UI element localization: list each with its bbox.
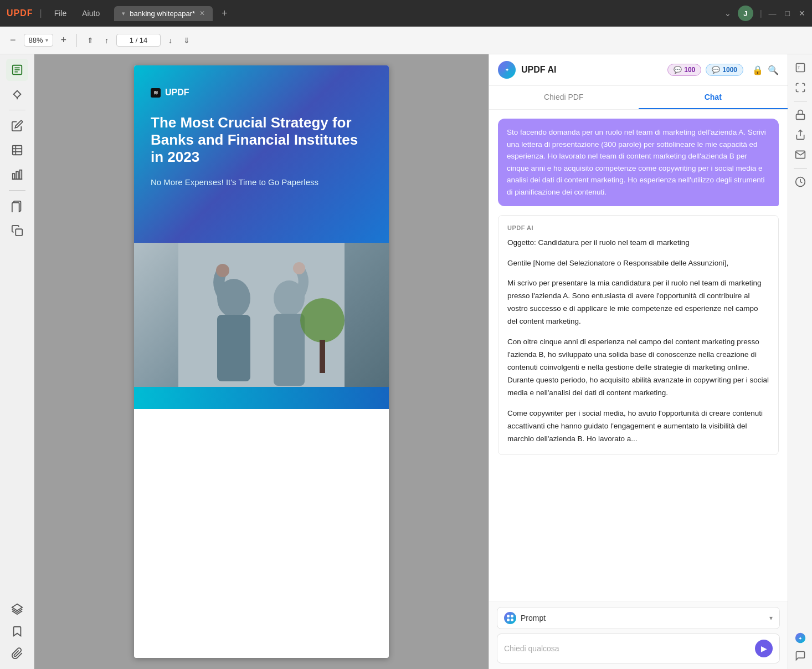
pdf-logo-mark: ≋ [151, 88, 161, 98]
share-icon[interactable] [792, 126, 809, 144]
titlebar-sep2: | [760, 9, 762, 18]
sidebar-icon-layers[interactable] [6, 598, 28, 620]
svg-rect-14 [16, 229, 22, 236]
pdf-bottom-bar [134, 387, 389, 409]
convert-icon[interactable] [792, 79, 809, 96]
sidebar-icon-document[interactable] [6, 59, 28, 81]
user-avatar[interactable]: J [738, 6, 753, 21]
sidebar-icon-graph[interactable] [6, 164, 28, 186]
sidebar-icon-pages[interactable] [6, 195, 28, 217]
far-right-toolbar: T [788, 54, 812, 669]
send-button[interactable]: ▶ [755, 640, 773, 657]
svg-rect-8 [12, 173, 14, 179]
user-message-text: Sto facendo domanda per un ruolo nel tea… [507, 128, 766, 196]
zoom-value: 88% [29, 36, 43, 44]
ai-message: UPDF AI Oggetto: Candidatura per il ruol… [498, 215, 779, 455]
credit2-icon: 💬 [712, 66, 720, 74]
svg-rect-24 [320, 340, 325, 373]
ai-logo-icon: ✦ [498, 61, 516, 79]
mail-icon[interactable] [792, 146, 809, 164]
aiuto-menu[interactable]: Aiuto [76, 7, 105, 20]
far-right-sep1 [794, 101, 807, 101]
sidebar-icon-edit[interactable] [6, 115, 28, 137]
sidebar-icon-copy[interactable] [6, 219, 28, 242]
prompt-bar: Prompt ▾ ▶ [489, 601, 788, 669]
zoom-out-button[interactable]: − [7, 32, 19, 48]
page-first-button[interactable]: ⇑ [84, 34, 97, 47]
far-right-sep2 [794, 168, 807, 168]
pdf-subtitle: No More Expenses! It's Time to Go Paperl… [151, 177, 372, 187]
ai-assistant-icon[interactable]: ✦ [792, 629, 809, 647]
far-right-bottom: ✦ [792, 629, 809, 665]
active-tab[interactable]: ▾ banking whitepapar* ✕ [114, 6, 213, 21]
ai-tab-bar: Chiedi PDF Chat [489, 86, 788, 110]
tab-close-button[interactable]: ✕ [199, 9, 205, 17]
zoom-chevron-icon: ▾ [45, 37, 48, 43]
svg-point-23 [300, 298, 345, 343]
file-menu[interactable]: File [49, 7, 73, 20]
search-icon[interactable]: 🔍 [768, 65, 779, 75]
toolbar-separator [76, 34, 77, 47]
lock-icon[interactable]: 🔒 [752, 65, 763, 75]
tab-chiedi-pdf[interactable]: Chiedi PDF [489, 86, 639, 109]
app-logo: UPDF [7, 8, 33, 18]
window-controls: — □ ✕ [769, 9, 805, 18]
page-last-button[interactable]: ⇓ [180, 34, 193, 47]
zoom-display[interactable]: 88% ▾ [24, 34, 53, 47]
pdf-cover: ≋ UPDF The Most Crucial Strategy for Ban… [134, 65, 389, 243]
ai-response-para1: Mi scrivo per presentare la mia candidat… [507, 277, 769, 328]
comment-icon[interactable] [792, 647, 809, 665]
titlebar-dropdown[interactable]: ⌄ [724, 9, 731, 18]
ai-header: ✦ UPDF AI 💬 100 💬 1000 🔒 🔍 [489, 54, 788, 86]
history-icon[interactable] [792, 173, 809, 191]
prompt-selector[interactable]: Prompt ▾ [497, 607, 780, 629]
close-button[interactable]: ✕ [799, 9, 805, 18]
svg-rect-13 [12, 203, 19, 212]
ai-header-title: UPDF AI [521, 65, 556, 75]
prompt-chevron-icon: ▾ [769, 614, 773, 622]
tab-chat[interactable]: Chat [639, 86, 788, 109]
sidebar-icon-bookmark[interactable] [6, 620, 28, 642]
pdf-page: ≋ UPDF The Most Crucial Strategy for Ban… [134, 65, 389, 658]
ai-header-right: 💬 100 💬 1000 🔒 🔍 [667, 64, 779, 76]
svg-rect-21 [274, 314, 305, 386]
page-next-button[interactable]: ↓ [165, 34, 176, 47]
titlebar-sep: | [40, 8, 42, 18]
pdf-image-placeholder [134, 243, 389, 387]
sidebar-icon-table[interactable] [6, 139, 28, 161]
svg-point-19 [216, 264, 229, 277]
add-tab-button[interactable]: + [222, 8, 228, 19]
ocr-icon[interactable]: T [792, 59, 809, 76]
ai-message-label: UPDF AI [507, 224, 769, 231]
tab-chiedi-pdf-label: Chiedi PDF [544, 93, 584, 101]
svg-text:✦: ✦ [505, 67, 509, 73]
user-message: Sto facendo domanda per un ruolo nel tea… [498, 119, 779, 206]
page-prev-button[interactable]: ↑ [101, 34, 112, 47]
ai-response-greeting: Gentile [Nome del Selezionatore o Respon… [507, 257, 769, 270]
ai-response-para3: Come copywriter per i social media, ho a… [507, 407, 769, 446]
ai-credit-badge2: 💬 1000 [706, 64, 743, 76]
prompt-dots-icon [504, 612, 516, 624]
page-indicator: 1 / 14 [116, 34, 161, 47]
svg-text:✦: ✦ [798, 636, 803, 641]
chat-input-row: ▶ [497, 634, 780, 663]
svg-rect-4 [12, 146, 22, 155]
credit2-value: 1000 [722, 66, 737, 74]
titlebar: UPDF | File Aiuto ▾ banking whitepapar* … [0, 0, 812, 27]
sidebar-icon-highlight[interactable] [6, 83, 28, 105]
tab-dropdown-icon: ▾ [122, 10, 125, 17]
chat-area: Sto facendo domanda per un ruolo nel tea… [489, 110, 788, 601]
pdf-logo: ≋ UPDF [151, 88, 372, 98]
maximize-button[interactable]: □ [785, 9, 790, 18]
zoom-in-button[interactable]: + [58, 32, 70, 48]
lock-icon[interactable] [792, 106, 809, 124]
ai-header-icons: 🔒 🔍 [752, 65, 779, 75]
svg-rect-10 [19, 170, 22, 180]
ai-response-subject: Oggetto: Candidatura per il ruolo nel te… [507, 237, 769, 249]
send-icon: ▶ [761, 644, 767, 653]
minimize-button[interactable]: — [769, 9, 777, 18]
sidebar-icon-paperclip[interactable] [6, 642, 28, 665]
sidebar-separator2 [9, 190, 25, 191]
ai-message-content: Oggetto: Candidatura per il ruolo nel te… [507, 237, 769, 446]
chat-input[interactable] [504, 644, 755, 653]
